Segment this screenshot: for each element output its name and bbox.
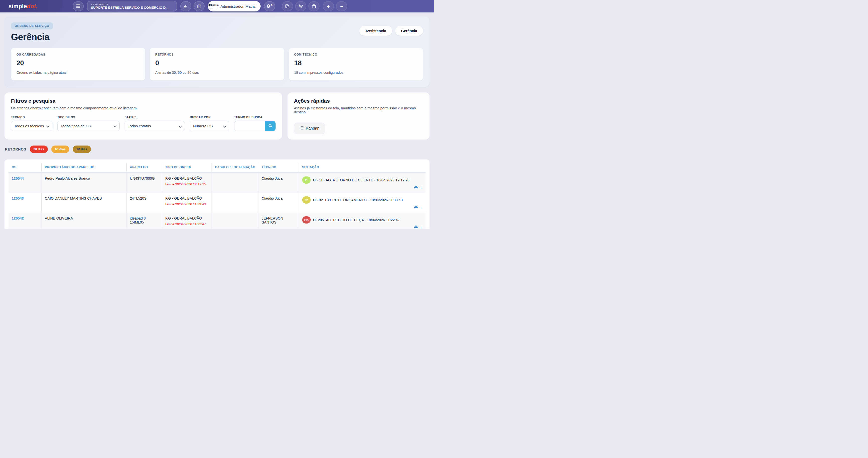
order-type-cell: F.G - GERAL BALCÃO Limite:20/04/2026 12:… (162, 173, 212, 193)
device-cell: UN43TU7000G (127, 173, 162, 193)
buscar-por-select-wrap: Número OS (190, 121, 229, 131)
order-type: F.G - GERAL BALCÃO (165, 216, 208, 220)
shopping-cart-icon (299, 4, 303, 8)
logo-part1: simple (8, 3, 27, 9)
plus-icon: + (327, 4, 330, 9)
kanban-button[interactable]: Kanban (294, 123, 325, 134)
col-header-aparelho[interactable]: APARELHO (127, 163, 162, 173)
os-number-link[interactable]: 120542 (12, 216, 24, 220)
logo-part2: dot. (27, 3, 38, 9)
brand-name: Estrela (211, 4, 218, 6)
quick-actions-subtitle: Atalhos já existentes da tela, mantidos … (294, 106, 423, 114)
orders-table-card: OS PROPRIETÁRIO DO APARELHO APARELHO TIP… (4, 159, 430, 229)
hamburger-menu-button[interactable] (73, 1, 84, 11)
decrease-button[interactable]: − (336, 1, 347, 11)
status-badge: 02 (302, 196, 311, 204)
calendar-icon (197, 4, 201, 8)
orders-table: OS PROPRIETÁRIO DO APARELHO APARELHO TIP… (8, 163, 426, 229)
status-cell: 11 U - 11 - AG. RETORNO DE CLIENTE - 18/… (299, 173, 426, 193)
order-type: F.G - GERAL BALCÃO (165, 196, 208, 200)
company-selector-label: ASSISTENCIA (91, 3, 173, 6)
printer-icon (414, 186, 418, 190)
filters-panel: Filtros e pesquisa Os critérios abaixo c… (4, 92, 282, 140)
tecnico-select-wrap: Todos os técnicos (11, 121, 52, 131)
search-input[interactable] (234, 121, 265, 131)
add-button[interactable]: + (420, 206, 422, 210)
shield-icon (209, 4, 211, 6)
owner-cell: CAIO DANLEY MARTINS CHAVES (41, 193, 126, 213)
retornos-legend: RETORNOS 30 dias 60 dias 90 dias (5, 146, 430, 153)
increase-button[interactable]: + (323, 1, 334, 11)
status-badge: 11 (302, 176, 311, 184)
stats-row: OS CARREGADAS 20 Ordens exibidas na pági… (11, 48, 423, 81)
hero-section: ORDENS DE SERVIÇO Gerência Assistencia G… (4, 17, 430, 87)
gears-icon: ⚙⚙ (266, 4, 273, 8)
stat-caption: 18 com impressos configurados (294, 70, 417, 74)
order-type: F.G - GERAL BALCÃO (165, 176, 208, 180)
top-navbar: simpledot. ASSISTENCIA SUPORTE ESTRELA S… (0, 0, 434, 12)
chip-60-dias[interactable]: 60 dias (51, 146, 69, 153)
brand-subtitle: Assistência Técnica (209, 6, 218, 9)
device-cell: 24TL520S (127, 193, 162, 213)
add-button[interactable]: + (420, 226, 422, 229)
gerencia-button[interactable]: Gerência (395, 26, 423, 36)
col-header-os[interactable]: OS (8, 163, 41, 173)
stat-label: RETORNOS (155, 53, 279, 56)
kanban-button-label: Kanban (306, 126, 319, 130)
order-type-cell: F.G - GERAL BALCÃO Limite:20/04/2026 11:… (162, 193, 212, 213)
user-menu[interactable]: Estrela Assistência Técnica Administrado… (208, 1, 260, 11)
stat-value: 18 (294, 59, 417, 67)
os-number-link[interactable]: 120543 (12, 196, 24, 200)
calendar-button[interactable] (193, 1, 205, 11)
section-badge: ORDENS DE SERVIÇO (11, 23, 53, 29)
col-header-proprietario[interactable]: PROPRIETÁRIO DO APARELHO (41, 163, 126, 173)
os-number-link[interactable]: 120544 (12, 176, 24, 180)
hamburger-icon (76, 4, 80, 8)
chip-30-dias[interactable]: 30 dias (30, 146, 48, 153)
plus-icon: + (420, 206, 422, 210)
status-select[interactable]: Todos estatus (125, 121, 185, 131)
documents-button[interactable] (282, 1, 293, 11)
tipo-os-select[interactable]: Todos tipos de OS (57, 121, 120, 131)
settings-button[interactable]: ⚙⚙ (264, 1, 275, 11)
add-button[interactable]: + (420, 186, 422, 190)
cart-button[interactable] (295, 1, 306, 11)
limit-date: Limite:20/04/2026 11:33:43 (165, 202, 208, 206)
stat-caption: Ordens exibidas na página atual (17, 70, 140, 74)
minus-icon: − (340, 4, 343, 9)
filters-title: Filtros e pesquisa (11, 98, 276, 104)
quick-actions-title: Ações rápidas (294, 98, 423, 104)
company-selector[interactable]: ASSISTENCIA SUPORTE ESTRELA SERVICO E CO… (87, 1, 177, 11)
main-content: ORDENS DE SERVIÇO Gerência Assistencia G… (0, 12, 434, 229)
print-button[interactable] (414, 225, 418, 229)
bag-button[interactable] (308, 1, 319, 11)
casulo-cell (212, 193, 258, 213)
search-button[interactable] (265, 121, 276, 131)
stat-value: 0 (155, 59, 279, 67)
owner-cell: Pedro Paulo Alvares Branco (41, 173, 126, 193)
status-cell: 205 U- 205- AG. PEDIDO DE PEÇA - 18/04/2… (299, 213, 426, 229)
chip-90-dias[interactable]: 90 dias (73, 146, 91, 153)
printer-icon (414, 206, 418, 210)
status-text: U- 205- AG. PEDIDO DE PEÇA - 18/04/2026 … (313, 218, 400, 222)
retornos-label: RETORNOS (5, 147, 26, 151)
copy-file-icon (285, 4, 289, 8)
tipo-os-label: TIPO DE OS (57, 116, 120, 119)
dashboard-button[interactable] (180, 1, 191, 11)
print-button[interactable] (414, 206, 418, 210)
assistencia-button[interactable]: Assistencia (359, 26, 392, 36)
col-header-casulo[interactable]: CASULO / LOCALIZAÇÃO (212, 163, 258, 173)
logo-block: simpledot. (0, 0, 62, 12)
print-button[interactable] (414, 186, 418, 190)
app-logo[interactable]: simpledot. (8, 3, 38, 10)
col-header-tipo-ordem[interactable]: TIPO DE ORDEM (162, 163, 212, 173)
technician-cell: JEFFERSON SANTOS (258, 213, 299, 229)
buscar-por-label: BUSCAR POR (190, 116, 229, 119)
col-header-tecnico[interactable]: TÉCNICO (258, 163, 299, 173)
col-header-situacao[interactable]: SITUAÇÃO (299, 163, 426, 173)
company-selector-value: SUPORTE ESTRELA SERVICO E COMERCIO D... (91, 6, 173, 9)
buscar-por-select[interactable]: Número OS (190, 121, 229, 131)
stat-label: OS CARREGADAS (17, 53, 140, 56)
quick-actions-panel: Ações rápidas Atalhos já existentes da t… (287, 92, 430, 140)
tecnico-select[interactable]: Todos os técnicos (11, 121, 52, 131)
